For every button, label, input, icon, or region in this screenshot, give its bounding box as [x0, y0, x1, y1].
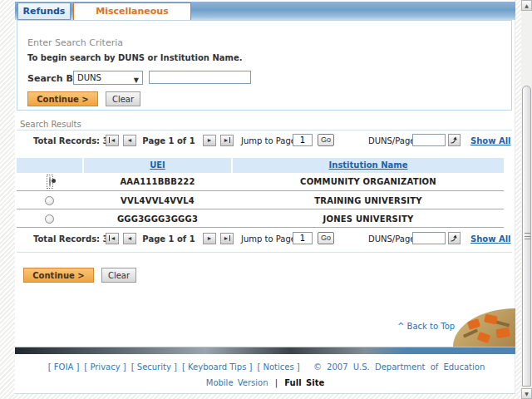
full-site-label: Full Site: [284, 378, 324, 387]
next-page-icon: ►: [207, 235, 213, 241]
search-instruction: To begin search by DUNS or Institution N…: [27, 53, 243, 62]
chevron-down-icon: ▼: [134, 74, 139, 86]
column-header-uei: UEI: [84, 158, 231, 173]
page-indicator: Page 1 of 1: [140, 234, 198, 244]
institution-value: TRAINING UNIVERSITY: [233, 192, 504, 209]
scrollbar-thumb[interactable]: [522, 86, 531, 387]
first-page-icon: ◄: [109, 235, 116, 241]
mobile-version-link[interactable]: Mobile Version: [206, 378, 268, 387]
results-table-header: UEI Institution Name: [17, 158, 504, 173]
page-indicator: Page 1 of 1: [140, 136, 198, 145]
last-page-icon: ►: [224, 137, 231, 143]
table-row: VVL4VVL4VVL4 TRAINING UNIVERSITY: [17, 192, 504, 209]
footer-links: [ FOIA ][ Privacy ][ Security ][ Keyboar…: [15, 362, 515, 372]
total-records: Total Records: 3: [33, 136, 109, 145]
scroll-down-button[interactable]: ▼: [521, 388, 532, 399]
apply-per-page-button[interactable]: [448, 232, 461, 244]
column-header-institution: Institution Name: [233, 158, 504, 173]
clear-button[interactable]: Clear: [101, 268, 136, 283]
search-by-label: Search By: [27, 73, 79, 84]
footer-link[interactable]: [ Privacy ]: [84, 362, 126, 372]
vertical-scrollbar[interactable]: ▲ ▼: [521, 0, 532, 399]
go-button[interactable]: Go: [318, 134, 334, 146]
first-page-button[interactable]: ◄: [106, 135, 119, 146]
duns-per-page-label: DUNS/Page:: [368, 234, 418, 244]
curved-arrow-icon: [450, 135, 459, 145]
classroom-chairs-image: [453, 308, 515, 347]
institution-value: JONES UNIVERSITY: [233, 210, 504, 227]
search-input[interactable]: [149, 71, 251, 84]
first-page-icon: ◄: [109, 137, 116, 143]
footer-divider: |: [275, 378, 278, 387]
pagination-bottom: Total Records: 3 ◄ ◄ Page 1 of 1 ► ► Jum…: [15, 231, 515, 249]
institution-value: COMMUNITY ORGANIZATION: [233, 173, 504, 190]
search-results-title: Search Results: [20, 120, 81, 129]
search-criteria-panel: Enter Search Criteria To begin search by…: [17, 20, 512, 111]
continue-button[interactable]: Continue >: [27, 91, 98, 106]
back-to-top-link[interactable]: ^ Back to Top: [397, 322, 455, 331]
column-header-select: [17, 158, 82, 173]
tab-refunds[interactable]: Refunds: [17, 2, 71, 20]
next-page-button[interactable]: ►: [203, 135, 216, 146]
last-page-icon: ►: [224, 235, 231, 241]
row-radio-button[interactable]: [45, 214, 54, 224]
continue-button[interactable]: Continue >: [23, 268, 94, 283]
last-page-button[interactable]: ►: [220, 135, 234, 146]
footer-link[interactable]: [ Security ]: [131, 362, 177, 372]
footer-link[interactable]: [ Notices ]: [257, 362, 299, 372]
previous-page-button[interactable]: ◄: [123, 135, 136, 146]
search-criteria-title: Enter Search Criteria: [27, 37, 123, 48]
jump-to-page-input[interactable]: [293, 232, 313, 244]
tab-bar: Refunds Miscellaneous Refunds: [15, 2, 515, 20]
jump-to-page-input[interactable]: [293, 134, 313, 146]
pagination-top: Total Records: 3 ◄ ◄ Page 1 of 1 ► ► Jum…: [15, 133, 515, 151]
duns-per-page-label: DUNS/Page:: [368, 136, 418, 145]
scroll-up-icon: ▲: [525, 2, 529, 8]
tab-miscellaneous-refunds[interactable]: Miscellaneous Refunds: [73, 2, 191, 21]
divider: [17, 252, 512, 253]
show-all-link[interactable]: Show All: [470, 234, 511, 244]
row-radio-button[interactable]: [49, 176, 51, 187]
search-by-selected-value: DUNS: [77, 73, 101, 82]
footer-site-switch: Mobile Version | Full Site: [15, 378, 515, 387]
scroll-up-button[interactable]: ▲: [521, 0, 532, 11]
previous-page-button[interactable]: ◄: [123, 233, 136, 244]
first-page-button[interactable]: ◄: [106, 233, 119, 244]
jump-to-page-label: Jump to Page: [241, 234, 296, 244]
next-page-icon: ►: [207, 137, 213, 143]
duns-per-page-input[interactable]: [412, 134, 446, 146]
divider: [17, 130, 512, 131]
uei-value: AAA111BBB222: [84, 173, 231, 190]
duns-per-page-input[interactable]: [412, 232, 446, 244]
uei-value: GGG3GGG3GGG3: [84, 210, 231, 227]
footer-link[interactable]: [ FOIA ]: [48, 362, 80, 372]
uei-value: VVL4VVL4VVL4: [84, 192, 231, 209]
row-radio-button[interactable]: [45, 196, 54, 205]
last-page-button[interactable]: ►: [220, 233, 234, 244]
page-container: Refunds Miscellaneous Refunds Enter Sear…: [15, 0, 515, 394]
previous-page-icon: ◄: [127, 137, 133, 143]
jump-to-page-label: Jump to Page: [241, 136, 296, 145]
scrollbar-grip-icon: [525, 233, 530, 239]
curved-arrow-icon: [450, 234, 459, 243]
table-row: GGG3GGG3GGG3 JONES UNIVERSITY: [17, 210, 504, 228]
table-row: AAA111BBB222 COMMUNITY ORGANIZATION: [17, 173, 504, 191]
show-all-link[interactable]: Show All: [470, 136, 511, 145]
copyright-text: © 2007 U.S. Department of Education: [313, 362, 485, 372]
institution-sort-link[interactable]: Institution Name: [329, 160, 408, 170]
scroll-down-icon: ▼: [525, 391, 529, 397]
go-button[interactable]: Go: [318, 232, 334, 244]
footer-link[interactable]: [ Keyboard Tips ]: [182, 362, 252, 372]
clear-button[interactable]: Clear: [106, 91, 140, 106]
total-records: Total Records: 3: [33, 234, 109, 244]
apply-per-page-button[interactable]: [448, 134, 461, 146]
next-page-button[interactable]: ►: [203, 233, 216, 244]
footer-band: [15, 347, 515, 354]
uei-sort-link[interactable]: UEI: [150, 160, 165, 170]
previous-page-icon: ◄: [127, 235, 133, 241]
search-by-select[interactable]: DUNS ▼: [73, 71, 143, 85]
